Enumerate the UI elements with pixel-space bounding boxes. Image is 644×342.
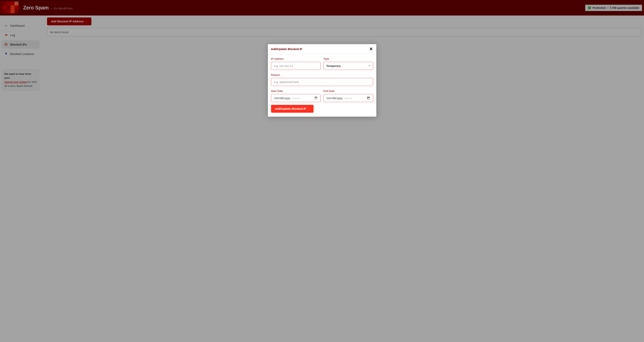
reason-input[interactable] [271,78,373,86]
type-label: Type [323,57,373,60]
modal-overlay[interactable]: Add/Update Blocked IP ✕ IP Address Type … [0,0,644,342]
submit-button[interactable]: Add/Update Blocked IP → [271,105,314,113]
modal-title: Add/Update Blocked IP [271,48,302,51]
start-date-input[interactable] [271,94,321,102]
end-date-input[interactable] [323,94,373,102]
close-icon[interactable]: ✕ [369,47,373,51]
reason-label: Reason [271,73,373,76]
start-date-label: Start Date [271,90,321,92]
type-select[interactable]: Temporary [323,62,373,70]
ip-address-label: IP Address [271,57,321,60]
ip-address-input[interactable] [271,62,321,70]
end-date-label: End Date [323,90,373,92]
modal-header: Add/Update Blocked IP ✕ [268,44,376,54]
modal: Add/Update Blocked IP ✕ IP Address Type … [268,44,376,117]
